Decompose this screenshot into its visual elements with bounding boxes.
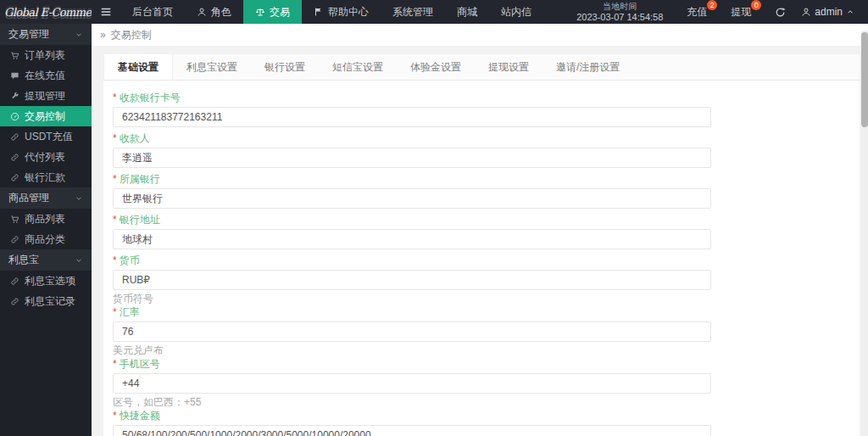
user-icon (801, 7, 811, 17)
refresh-icon (775, 7, 786, 18)
sidebar-group-label: 交易管理 (8, 27, 49, 42)
withdraw-button[interactable]: 提现 0 (722, 0, 760, 24)
tab-trial-fund-settings[interactable]: 体验金设置 (397, 54, 475, 80)
breadcrumb-current: 交易控制 (111, 28, 152, 42)
sidebar-group-interest-treasure[interactable]: 利息宝 (0, 249, 92, 271)
nav-item-roles[interactable]: 角色 (185, 0, 243, 24)
sidebar-item-label: 提现管理 (25, 89, 65, 103)
quick-amounts-input[interactable] (113, 425, 711, 436)
sidebar-item-product-category[interactable]: 商品分类 (0, 229, 92, 249)
nav-item-label: 系统管理 (392, 5, 433, 20)
breadcrumb: » 交易控制 (92, 24, 868, 46)
required-asterisk: * (113, 306, 117, 318)
sidebar-item-label: 交易控制 (25, 109, 65, 124)
required-asterisk: * (113, 410, 117, 422)
field-label: *银行地址 (113, 214, 860, 226)
recharge-button[interactable]: 充值 2 (678, 0, 715, 24)
nav-item-label: 角色 (211, 5, 231, 20)
field-bank-card-number: *收款银行卡号 (113, 92, 860, 127)
user-menu[interactable]: admin (794, 6, 861, 18)
link-icon (10, 277, 19, 286)
gauge-icon (10, 112, 19, 121)
refresh-button[interactable] (766, 7, 794, 18)
field-label: *所属银行 (113, 173, 860, 185)
payee-input[interactable] (113, 148, 711, 168)
sidebar-item-label: 代付列表 (25, 150, 65, 165)
field-hint: 美元兑卢布 (113, 345, 860, 356)
field-currency: *货币 货币符号 (113, 254, 860, 305)
sidebar-item-product-list[interactable]: 商品列表 (0, 209, 92, 229)
sidebar-group-trade-management[interactable]: 交易管理 (0, 24, 92, 45)
link-icon (10, 153, 19, 162)
flag-icon (314, 7, 324, 17)
local-time-label: 当地时间 (576, 2, 663, 11)
field-label: *手机区号 (113, 358, 860, 370)
exchange-rate-input[interactable] (113, 321, 711, 342)
field-label: *快捷金额 (113, 410, 860, 422)
scale-icon (255, 7, 265, 17)
field-label: *货币 (113, 254, 860, 266)
tab-withdraw-settings[interactable]: 提现设置 (475, 54, 542, 80)
sidebar-item-label: 订单列表 (25, 48, 65, 63)
scrollbar-thumb[interactable] (861, 32, 868, 127)
tab-bank-settings[interactable]: 银行设置 (251, 54, 319, 80)
sidebar-item-label: 商品列表 (25, 212, 65, 226)
field-exchange-rate: *汇率 美元兑卢布 (113, 306, 860, 356)
tab-basic-settings[interactable]: 基础设置 (103, 54, 173, 80)
cart-icon (10, 215, 19, 224)
field-bank-name: *所属银行 (113, 173, 860, 209)
sidebar-toggle-button[interactable] (92, 0, 120, 24)
main-area: » 交易控制 基础设置 利息宝设置 银行设置 短信宝设置 体验金设置 提现设置 … (92, 24, 868, 436)
username: admin (815, 6, 843, 18)
nav-item-messages[interactable]: 站内信 (489, 0, 543, 24)
sidebar-item-trade-control[interactable]: 交易控制 (0, 106, 92, 126)
sidebar-item-online-recharge[interactable]: 在线充值 (0, 65, 92, 86)
link-icon (10, 297, 19, 306)
sidebar-item-interest-records[interactable]: 利息宝记录 (0, 291, 92, 311)
phone-area-code-input[interactable] (113, 373, 711, 394)
tab-invite-register-settings[interactable]: 邀请/注册设置 (542, 54, 633, 80)
sidebar-item-label: USDT充值 (25, 130, 73, 144)
nav-item-label: 站内信 (501, 5, 531, 20)
field-label: *汇率 (113, 306, 860, 318)
tab-interest-settings[interactable]: 利息宝设置 (173, 54, 251, 80)
required-asterisk: * (113, 92, 117, 103)
required-asterisk: * (113, 254, 117, 266)
recharge-badge: 2 (707, 0, 717, 10)
sidebar-group-product-management[interactable]: 商品管理 (0, 187, 92, 209)
local-time-value: 2023-03-07 14:54:58 (576, 12, 663, 22)
sidebar-item-usdt-recharge[interactable]: USDT充值 (0, 126, 92, 147)
sidebar-item-payout-list[interactable]: 代付列表 (0, 147, 92, 167)
local-time: 当地时间 2023-03-07 14:54:58 (561, 2, 678, 22)
nav-item-mall[interactable]: 商城 (445, 0, 489, 24)
topbar-right-area: 当地时间 2023-03-07 14:54:58 充值 2 提现 0 admin (561, 0, 868, 24)
field-quick-amounts: *快捷金额 充值页面 快捷金额 (113, 410, 860, 436)
comment-icon (10, 71, 19, 81)
sidebar-item-label: 在线充值 (25, 69, 65, 83)
nav-item-label: 后台首页 (132, 5, 173, 20)
sidebar: 交易管理 订单列表 在线充值 提现管理 交易控制 USDT充值 代付列表 银行汇… (0, 24, 92, 436)
bank-address-input[interactable] (113, 229, 711, 249)
sidebar-item-withdraw-management[interactable]: 提现管理 (0, 86, 92, 106)
sidebar-item-interest-options[interactable]: 利息宝选项 (0, 271, 92, 291)
currency-input[interactable] (113, 270, 711, 290)
nav-item-trade[interactable]: 交易 (243, 0, 302, 24)
nav-item-label: 帮助中心 (328, 5, 369, 20)
sidebar-item-order-list[interactable]: 订单列表 (0, 45, 92, 65)
sidebar-item-bank-remittance[interactable]: 银行汇款 (0, 167, 92, 187)
nav-item-system[interactable]: 系统管理 (381, 0, 445, 24)
bank-card-number-input[interactable] (113, 107, 711, 127)
hamburger-icon (100, 6, 112, 18)
link-icon (10, 173, 19, 182)
nav-item-home[interactable]: 后台首页 (120, 0, 185, 24)
field-hint: 货币符号 (113, 293, 860, 305)
scrollbar-track[interactable] (861, 31, 868, 436)
required-asterisk: * (113, 214, 117, 226)
field-phone-area-code: *手机区号 区号，如巴西：+55 (113, 358, 860, 408)
sidebar-item-label: 利息宝选项 (25, 274, 75, 288)
sidebar-group-label: 商品管理 (8, 191, 49, 205)
nav-item-help-center[interactable]: 帮助中心 (302, 0, 381, 24)
bank-name-input[interactable] (113, 188, 711, 209)
tool-icon (10, 92, 19, 101)
tab-sms-settings[interactable]: 短信宝设置 (319, 54, 397, 80)
